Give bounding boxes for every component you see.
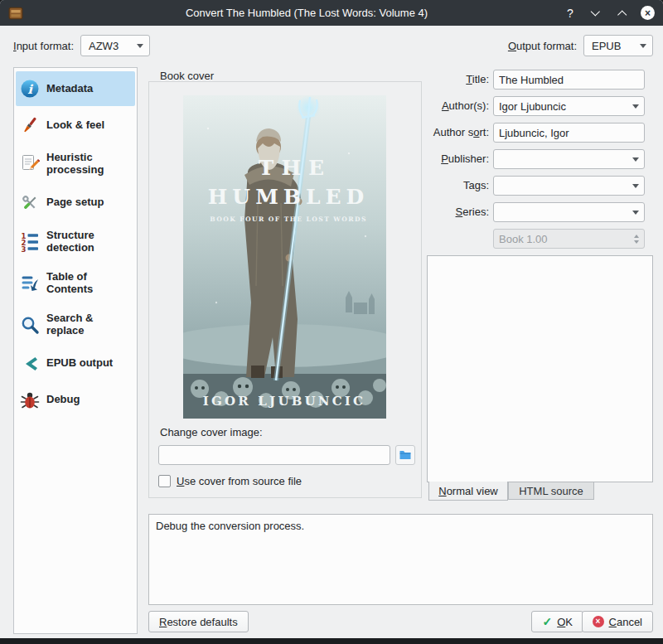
series-index-value: Book 1.00: [499, 233, 631, 245]
sidebar-item-epub-output[interactable]: EPUB output: [16, 346, 135, 381]
tags-select[interactable]: [493, 176, 645, 196]
option-description-box: Debug the conversion process.: [148, 514, 653, 605]
tags-label: Tags:: [390, 176, 489, 196]
use-source-cover-label[interactable]: Use cover from source file: [177, 475, 302, 487]
app-icon: [8, 6, 23, 21]
sidebar-item-label: EPUB output: [46, 357, 113, 370]
sidebar-item-heuristic-processing[interactable]: Heuristic processing: [16, 144, 135, 184]
publisher-select[interactable]: [493, 149, 645, 169]
sidebar-item-label: Look & feel: [46, 119, 104, 132]
output-format-select[interactable]: EPUB: [583, 35, 653, 56]
cover-title-line2: HUMBLED: [208, 185, 370, 209]
titlebar[interactable]: Convert The Humbled (The Lost Words: Vol…: [0, 0, 663, 26]
tools-icon: [20, 193, 40, 213]
sidebar-item-page-setup[interactable]: Page setup: [16, 186, 135, 220]
title-field[interactable]: The Humbled: [493, 70, 645, 90]
comments-area[interactable]: [427, 255, 653, 482]
cancel-button[interactable]: × Cancel: [582, 611, 653, 632]
tab-normal-view[interactable]: Normal view: [428, 482, 508, 501]
toc-icon: [20, 274, 40, 293]
document-edit-icon: [20, 154, 40, 174]
info-icon: i: [20, 79, 40, 99]
conversion-sections-list: i Metadata Look & feel: [13, 67, 138, 634]
output-format-label: Output format:: [508, 40, 577, 52]
title-label: Title:: [390, 70, 489, 90]
search-icon: [20, 315, 40, 335]
sidebar-item-label: Debug: [46, 394, 80, 406]
title-value: The Humbled: [499, 74, 639, 86]
sidebar-item-label: Table of Contents: [46, 271, 131, 296]
maximize-button[interactable]: [615, 7, 628, 20]
series-index-spinner: Book 1.00: [493, 229, 645, 249]
use-source-cover-checkbox[interactable]: [158, 475, 171, 487]
chevron-up-icon: [617, 10, 627, 19]
cover-subtitle: BOOK FOUR OF THE LOST WORDS: [210, 215, 367, 223]
sidebar-item-label: Structure detection: [46, 230, 131, 254]
tab-html-source[interactable]: HTML source: [508, 482, 594, 500]
sidebar-item-label: Page setup: [46, 196, 104, 209]
series-select[interactable]: [493, 202, 645, 222]
check-icon: ✓: [542, 615, 552, 628]
sidebar-item-search-and-replace[interactable]: Search & replace: [16, 305, 135, 345]
sidebar-item-label: Search & replace: [46, 312, 131, 337]
authors-value: Igor Ljubuncic: [499, 100, 629, 113]
restore-defaults-button[interactable]: Restore defaults: [148, 611, 249, 632]
book-cover-image: THE HUMBLED BOOK FOUR OF THE LOST WORDS …: [183, 95, 386, 419]
chevron-down-icon: [640, 44, 646, 48]
sidebar-item-table-of-contents[interactable]: Table of Contents: [16, 264, 135, 303]
ok-button[interactable]: ✓ OK: [531, 611, 583, 632]
cover-author: IGOR LJUBUNCIC: [203, 394, 365, 409]
tab-label: Normal view: [438, 485, 498, 497]
series-label: Series:: [390, 202, 489, 222]
option-description-text: Debug the conversion process.: [156, 520, 304, 532]
chevron-down-icon: [632, 211, 639, 215]
sidebar-item-look-and-feel[interactable]: Look & feel: [16, 108, 135, 143]
author-sort-label: Author sort:: [390, 123, 489, 143]
sidebar-item-label: Heuristic processing: [46, 152, 131, 177]
epub-arrow-icon: [20, 354, 40, 374]
chevron-down-icon: [591, 7, 600, 16]
bug-icon: [20, 390, 40, 410]
author-sort-value: Ljubuncic, Igor: [499, 127, 639, 139]
change-cover-label: Change cover image:: [160, 426, 263, 438]
shade-button[interactable]: [589, 7, 603, 20]
ok-label: OK: [557, 616, 573, 628]
numbered-list-icon: 1 2 3: [20, 232, 40, 252]
input-format-label: Input format:: [13, 40, 74, 52]
convert-dialog: Convert The Humbled (The Lost Words: Vol…: [0, 0, 663, 638]
authors-label: Author(s):: [390, 96, 489, 116]
cancel-icon: ×: [593, 616, 604, 627]
sidebar-item-label: Metadata: [46, 83, 93, 95]
restore-defaults-label: Restore defaults: [159, 616, 238, 628]
author-sort-field[interactable]: Ljubuncic, Igor: [493, 123, 645, 143]
paintbrush-icon: [20, 115, 40, 135]
svg-text:3: 3: [22, 245, 27, 252]
output-format-value: EPUB: [592, 40, 621, 52]
chevron-down-icon: [632, 157, 639, 162]
sidebar-item-metadata[interactable]: i Metadata: [16, 71, 135, 106]
browse-cover-button[interactable]: [395, 445, 415, 465]
folder-icon: [399, 448, 412, 462]
chevron-down-icon: [632, 104, 639, 109]
sidebar-item-structure-detection[interactable]: 1 2 3 Structure detection: [16, 222, 135, 262]
input-format-select[interactable]: AZW3: [80, 35, 150, 56]
input-format-value: AZW3: [89, 40, 119, 52]
book-cover-group-label: Book cover: [160, 70, 214, 82]
publisher-label: Publisher:: [390, 149, 489, 169]
spin-down-icon: [634, 240, 639, 244]
cancel-label: Cancel: [609, 616, 642, 628]
tab-label: HTML source: [519, 485, 583, 497]
help-button[interactable]: ?: [564, 7, 577, 20]
window-title: Convert The Humbled (The Lost Words: Vol…: [50, 7, 564, 19]
cover-path-input[interactable]: [158, 445, 390, 465]
authors-select[interactable]: Igor Ljubuncic: [493, 96, 645, 116]
chevron-down-icon: [137, 44, 143, 48]
spin-up-icon: [634, 235, 639, 238]
chevron-down-icon: [632, 184, 639, 188]
sidebar-item-debug[interactable]: Debug: [16, 383, 135, 418]
close-button[interactable]: ×: [641, 6, 655, 20]
cover-title-line1: THE: [259, 156, 332, 180]
